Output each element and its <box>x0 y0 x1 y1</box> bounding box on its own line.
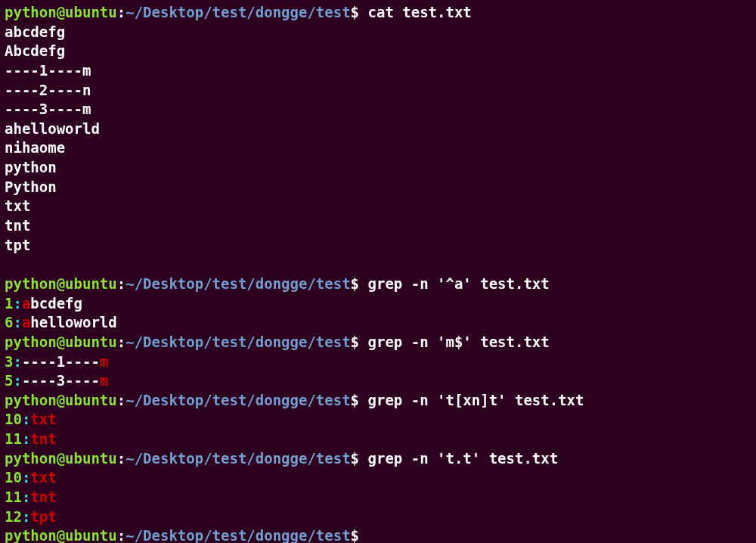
grep-linenum: 5 <box>5 372 13 389</box>
grep-match: txt <box>30 411 56 427</box>
output-line: python <box>5 158 751 178</box>
prompt-colon: : <box>117 334 125 350</box>
grep-rest: helloworld <box>30 314 116 330</box>
grep-linenum: 11 <box>5 489 22 505</box>
grep-linenum: 1 <box>5 295 13 312</box>
prompt-dollar: $ <box>351 4 359 20</box>
grep-match: a <box>22 314 30 330</box>
prompt-dollar: $ <box>351 527 359 543</box>
command-text: grep -n 't[xn]t' test.txt <box>359 392 584 408</box>
grep-result: 5:----3----m <box>5 371 751 391</box>
grep-sep: : <box>13 353 21 370</box>
prompt-tilde: ~ <box>125 4 134 20</box>
grep-sep: : <box>13 372 21 389</box>
grep-match: m <box>100 372 108 389</box>
prompt-user: python@ubuntu <box>5 392 117 408</box>
prompt-colon: : <box>117 450 125 467</box>
command-text: cat test.txt <box>359 4 472 20</box>
prompt-colon: : <box>117 4 125 20</box>
prompt-tilde: ~ <box>125 334 134 350</box>
grep-sep: : <box>13 314 21 330</box>
output-line: ----3----m <box>5 100 751 119</box>
prompt-user: python@ubuntu <box>5 450 117 467</box>
prompt-colon: : <box>117 527 125 543</box>
grep-result: 12:tpt <box>5 507 751 527</box>
output-line: tpt <box>5 236 751 256</box>
grep-match: m <box>100 353 108 370</box>
grep-result: 11:tnt <box>5 488 751 507</box>
output-line: ----2----n <box>5 81 751 101</box>
grep-result: 6:ahelloworld <box>5 313 751 333</box>
grep-sep: : <box>22 508 30 525</box>
prompt-line[interactable]: python@ubuntu:~/Desktop/test/dongge/test… <box>5 275 751 294</box>
output-line: Python <box>5 178 751 197</box>
grep-sep: : <box>13 295 21 312</box>
prompt-dollar: $ <box>351 392 359 408</box>
grep-result: 3:----1----m <box>5 352 751 372</box>
grep-match: tnt <box>30 489 56 505</box>
prompt-tilde: ~ <box>125 527 134 543</box>
grep-linenum: 10 <box>5 411 22 427</box>
prompt-path: /Desktop/test/dongge/test <box>135 527 351 543</box>
prompt-line[interactable]: python@ubuntu:~/Desktop/test/dongge/test… <box>5 391 751 411</box>
output-line: tnt <box>5 216 751 236</box>
grep-sep: : <box>22 411 30 427</box>
output-line: ----1----m <box>5 61 751 81</box>
prompt-line[interactable]: python@ubuntu:~/Desktop/test/dongge/test… <box>5 3 751 23</box>
prompt-tilde: ~ <box>125 450 134 467</box>
grep-sep: : <box>22 489 30 505</box>
grep-sep: : <box>22 430 30 447</box>
prompt-user: python@ubuntu <box>5 334 117 350</box>
grep-rest: ----1---- <box>22 353 100 370</box>
prompt-line-current[interactable]: python@ubuntu:~/Desktop/test/dongge/test… <box>5 526 751 543</box>
grep-match: tnt <box>30 430 56 447</box>
grep-result: 11:tnt <box>5 430 751 449</box>
prompt-line[interactable]: python@ubuntu:~/Desktop/test/dongge/test… <box>5 333 751 352</box>
prompt-dollar: $ <box>351 450 359 467</box>
grep-match: txt <box>30 469 56 486</box>
command-text: grep -n 'm$' test.txt <box>359 334 550 350</box>
output-line: nihaome <box>5 138 751 158</box>
prompt-colon: : <box>117 392 125 408</box>
grep-rest: ----3---- <box>22 372 100 389</box>
prompt-path: /Desktop/test/dongge/test <box>135 4 351 20</box>
prompt-path: /Desktop/test/dongge/test <box>135 275 351 292</box>
command-text: grep -n '^a' test.txt <box>359 275 550 292</box>
prompt-path: /Desktop/test/dongge/test <box>135 450 351 467</box>
grep-match: a <box>22 295 30 312</box>
grep-rest: bcdefg <box>30 295 82 312</box>
prompt-line[interactable]: python@ubuntu:~/Desktop/test/dongge/test… <box>5 449 751 469</box>
grep-linenum: 3 <box>5 353 13 370</box>
grep-result: 10:txt <box>5 410 751 430</box>
prompt-user: python@ubuntu <box>5 527 117 543</box>
prompt-dollar: $ <box>351 334 359 350</box>
output-line: Abcdefg <box>5 42 751 61</box>
grep-result: 1:abcdefg <box>5 294 751 314</box>
prompt-user: python@ubuntu <box>5 4 117 20</box>
prompt-colon: : <box>117 275 125 292</box>
grep-linenum: 11 <box>5 430 22 447</box>
prompt-tilde: ~ <box>125 275 134 292</box>
terminal-output: python@ubuntu:~/Desktop/test/dongge/test… <box>5 3 751 543</box>
blank-line <box>5 255 751 275</box>
output-line: abcdefg <box>5 23 751 42</box>
grep-linenum: 10 <box>5 469 22 486</box>
prompt-path: /Desktop/test/dongge/test <box>135 392 351 408</box>
grep-sep: : <box>22 469 30 486</box>
prompt-user: python@ubuntu <box>5 275 117 292</box>
output-line: txt <box>5 197 751 216</box>
prompt-path: /Desktop/test/dongge/test <box>135 334 351 350</box>
grep-linenum: 6 <box>5 314 13 330</box>
prompt-tilde: ~ <box>125 392 134 408</box>
grep-result: 10:txt <box>5 468 751 488</box>
grep-linenum: 12 <box>5 508 22 525</box>
output-line: ahelloworld <box>5 119 751 139</box>
command-text: grep -n 't.t' test.txt <box>359 450 558 467</box>
grep-match: tpt <box>30 508 56 525</box>
prompt-dollar: $ <box>351 275 359 292</box>
